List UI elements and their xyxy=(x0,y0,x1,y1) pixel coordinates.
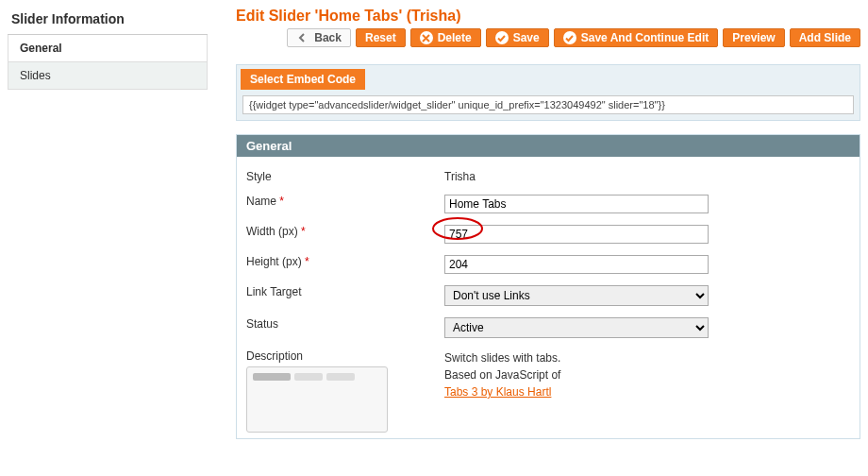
description-line-2: Based on JavaScript of xyxy=(444,368,560,382)
section-title: General xyxy=(237,135,860,157)
delete-icon xyxy=(420,31,433,44)
general-section: General Style Trisha Name * Width (px) * xyxy=(236,134,860,439)
preview-button[interactable]: Preview xyxy=(723,28,784,47)
add-slide-label: Add Slide xyxy=(799,31,851,44)
sidebar-tabs: General Slides xyxy=(8,35,208,90)
toolbar: Back Reset Delete Save Sa xyxy=(236,28,860,47)
width-label: Width (px) xyxy=(246,225,298,238)
save-button[interactable]: Save xyxy=(486,28,549,47)
width-input[interactable] xyxy=(444,225,709,244)
page-title: Edit Slider 'Home Tabs' (Trisha) xyxy=(236,8,860,25)
link-target-label: Link Target xyxy=(246,285,301,298)
name-label: Name xyxy=(246,195,276,208)
description-text: Switch slides with tabs. Based on JavaSc… xyxy=(444,349,586,400)
reset-label: Reset xyxy=(365,31,396,44)
style-label: Style xyxy=(246,170,272,183)
main: Edit Slider 'Home Tabs' (Trisha) Back Re… xyxy=(208,0,868,476)
status-select[interactable]: Active xyxy=(444,317,709,338)
delete-label: Delete xyxy=(438,31,472,44)
required-marker: * xyxy=(279,195,284,208)
status-label: Status xyxy=(246,317,278,331)
save-continue-icon xyxy=(563,31,576,44)
height-input[interactable] xyxy=(444,255,709,274)
back-label: Back xyxy=(314,31,342,44)
embed-header: Select Embed Code xyxy=(241,69,365,90)
save-continue-label: Save And Continue Edit xyxy=(581,31,709,44)
sidebar: Slider Information General Slides xyxy=(0,0,208,476)
reset-button[interactable]: Reset xyxy=(356,28,406,47)
description-thumbnail xyxy=(246,366,388,433)
required-marker: * xyxy=(301,225,306,238)
required-marker: * xyxy=(305,255,309,268)
delete-button[interactable]: Delete xyxy=(410,28,481,47)
embed-box: Select Embed Code xyxy=(236,64,860,121)
form-table: Style Trisha Name * Width (px) * xyxy=(237,164,860,438)
style-value: Trisha xyxy=(444,170,476,183)
preview-label: Preview xyxy=(732,31,775,44)
save-continue-button[interactable]: Save And Continue Edit xyxy=(554,28,719,47)
description-label: Description xyxy=(246,349,303,363)
embed-code-input[interactable] xyxy=(242,95,854,114)
back-icon xyxy=(296,31,309,44)
name-input[interactable] xyxy=(444,195,709,213)
add-slide-button[interactable]: Add Slide xyxy=(790,28,860,47)
description-link[interactable]: Tabs 3 by Klaus Hartl xyxy=(444,385,551,399)
height-label: Height (px) xyxy=(246,255,302,268)
save-icon xyxy=(495,31,509,44)
sidebar-tab-slides[interactable]: Slides xyxy=(8,62,208,90)
sidebar-title: Slider Information xyxy=(8,8,208,35)
link-target-select[interactable]: Don't use Links xyxy=(444,285,709,306)
sidebar-tab-general[interactable]: General xyxy=(8,35,208,62)
description-line-1: Switch slides with tabs. xyxy=(444,351,560,365)
save-label: Save xyxy=(513,31,540,44)
back-button[interactable]: Back xyxy=(287,28,351,47)
